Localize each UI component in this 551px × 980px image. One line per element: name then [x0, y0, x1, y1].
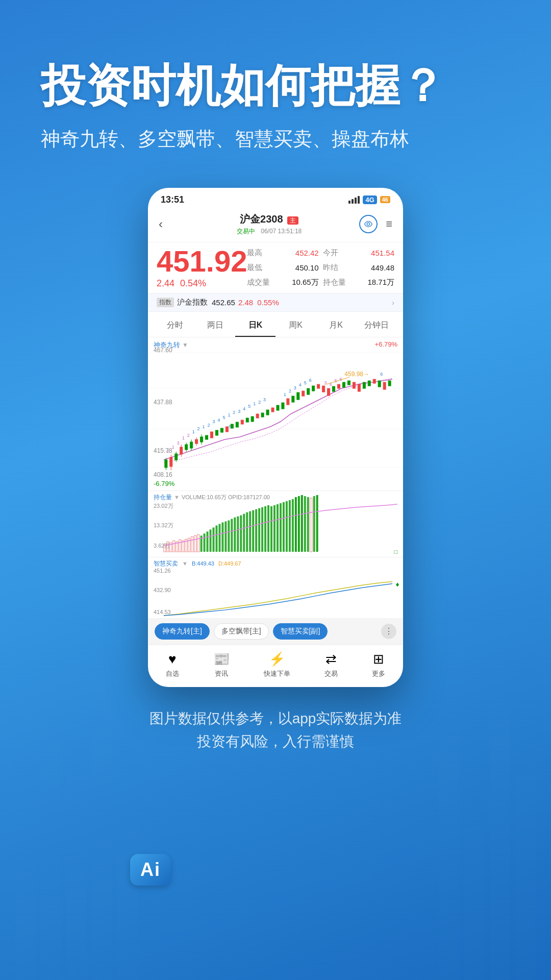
svg-rect-51 — [358, 384, 360, 391]
phone-mockup: 13:51 4G 46 ‹ 沪金2308 主 — [0, 188, 551, 687]
svg-rect-38 — [292, 396, 294, 402]
watchlist-icon[interactable] — [359, 215, 378, 233]
svg-text:5: 5 — [229, 424, 231, 429]
index-bar[interactable]: 指数 沪金指数 452.65 2.48 0.55% › — [148, 293, 403, 312]
svg-rect-136 — [301, 495, 303, 552]
svg-rect-23 — [215, 430, 218, 435]
index-price: 452.65 — [212, 298, 235, 307]
chart-y2: 415.78 — [154, 447, 172, 454]
tab-zhou-k[interactable]: 周K — [276, 317, 316, 337]
nav-action-icons: ≡ — [359, 215, 392, 233]
svg-rect-123 — [261, 507, 263, 552]
svg-rect-24 — [220, 428, 223, 432]
ind-y2: 432.90 — [154, 587, 171, 593]
nav-item-order[interactable]: ⚡ 快速下单 — [264, 651, 290, 678]
svg-rect-49 — [347, 381, 350, 385]
tab-ri-k[interactable]: 日K — [235, 317, 276, 337]
svg-rect-138 — [307, 497, 309, 552]
svg-rect-55 — [378, 381, 381, 387]
svg-rect-50 — [353, 382, 355, 388]
news-nav-label: 资讯 — [215, 669, 228, 678]
svg-rect-105 — [207, 531, 209, 552]
main-title: 投资时机如何把握？ — [41, 61, 510, 111]
svg-rect-94 — [173, 541, 175, 552]
svg-text:2: 2 — [258, 400, 261, 405]
change-pct: 0.54% — [180, 278, 206, 288]
svg-rect-119 — [249, 511, 251, 551]
svg-rect-108 — [215, 525, 217, 552]
footer-line1: 图片数据仅供参考，以app实际数据为准 — [20, 707, 531, 730]
svg-rect-131 — [286, 501, 288, 552]
svg-text:5: 5 — [248, 404, 251, 409]
svg-rect-56 — [383, 382, 386, 389]
tab-fen-zhong[interactable]: 分钟日 — [356, 317, 396, 337]
chart-low-price: 408.16 — [154, 471, 172, 478]
footer-line2: 投资有风险，入行需谨慎 — [20, 730, 531, 753]
menu-icon[interactable]: ≡ — [386, 217, 392, 231]
signal-icon — [348, 196, 360, 204]
svg-rect-122 — [258, 508, 260, 552]
svg-rect-29 — [246, 418, 248, 422]
nav-symbol-row: 沪金2308 主 — [179, 212, 359, 226]
low-val: 450.10 — [274, 263, 318, 272]
vol-y2: 13.32万 — [154, 522, 173, 529]
svg-text:1: 1 — [253, 401, 256, 406]
nav-item-watchlist[interactable]: ♥ 自选 — [166, 651, 179, 678]
candlestick-svg: 2 1 3 1 2 1 2 1 2 3 4 5 1 2 3 4 5 1 2 3 — [148, 337, 403, 491]
svg-rect-109 — [218, 524, 220, 552]
nav-subtitle: 交易中 06/07 13:51:18 — [179, 227, 359, 236]
index-arrow-icon: › — [392, 298, 394, 307]
svg-rect-120 — [252, 510, 254, 552]
svg-text:5: 5 — [222, 415, 225, 420]
back-button[interactable]: ‹ — [159, 217, 179, 231]
nav-item-news[interactable]: 📰 资讯 — [213, 651, 230, 678]
tab-liang-ri[interactable]: 两日 — [195, 317, 235, 337]
tab-fen-shi[interactable]: 分时 — [155, 317, 195, 337]
svg-text:3: 3 — [212, 419, 215, 424]
status-bar: 13:51 4G 46 — [148, 188, 403, 208]
more-indicators-button[interactable]: ⋮ — [381, 624, 396, 639]
price-change: 2.44 0.54% — [157, 278, 247, 289]
svg-rect-140 — [313, 496, 315, 552]
open-label: 今开 — [323, 248, 346, 258]
svg-rect-40 — [302, 391, 305, 396]
svg-text:3: 3 — [324, 380, 327, 385]
nav-item-trade[interactable]: ⇄ 交易 — [324, 651, 338, 678]
svg-rect-112 — [228, 520, 230, 552]
ind-tab-zhihui[interactable]: 智慧买卖[副] — [273, 623, 328, 640]
watchlist-nav-icon: ♥ — [168, 651, 176, 667]
position-label: 持仓量 — [323, 278, 346, 287]
indicator-tabs: 神奇九转[主] 多空飘带[主] 智慧买卖[副] ⋮ — [148, 618, 403, 645]
svg-rect-53 — [368, 381, 370, 386]
tab-yue-k[interactable]: 月K — [316, 317, 356, 337]
ind-y1: 451.26 — [154, 568, 171, 574]
svg-rect-102 — [197, 534, 199, 552]
svg-rect-114 — [234, 517, 236, 551]
ind-tab-jiuzhuan[interactable]: 神奇九转[主] — [155, 623, 210, 640]
svg-rect-127 — [273, 505, 276, 552]
chart-y1: 437.88 — [154, 399, 172, 406]
status-icons: 4G 46 — [348, 195, 390, 204]
svg-rect-117 — [243, 513, 245, 551]
order-nav-icon: ⚡ — [269, 651, 285, 667]
svg-rect-115 — [237, 516, 239, 551]
ind-y3: 414.53 — [154, 609, 171, 615]
prev-close-label: 昨结 — [323, 263, 346, 273]
svg-rect-129 — [280, 503, 282, 552]
svg-text:1: 1 — [203, 424, 205, 429]
svg-text:1: 1 — [284, 392, 286, 397]
svg-rect-116 — [240, 515, 242, 551]
svg-text:4: 4 — [299, 382, 302, 387]
status-time: 13:51 — [161, 194, 184, 205]
svg-rect-31 — [256, 414, 259, 418]
svg-rect-25 — [226, 427, 228, 432]
svg-rect-39 — [297, 393, 299, 400]
svg-rect-110 — [221, 522, 223, 552]
ind-d-val: D:449.67 — [218, 560, 241, 567]
chart-pct-low: -6.79% — [154, 480, 174, 487]
nav-item-more[interactable]: ⊞ 更多 — [372, 651, 385, 678]
chart-pct-high: +6.79% — [375, 340, 397, 348]
order-nav-label: 快速下单 — [264, 669, 290, 678]
svg-rect-125 — [267, 505, 269, 552]
ind-tab-duokong[interactable]: 多空飘带[主] — [214, 623, 269, 640]
